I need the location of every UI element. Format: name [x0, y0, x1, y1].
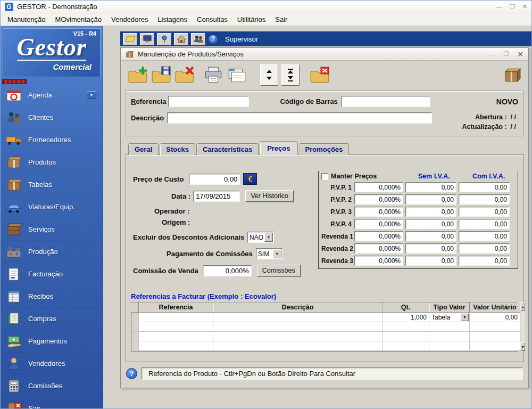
excluir-descontos-select[interactable]: NÃO ▼: [247, 232, 274, 243]
table-row[interactable]: [131, 341, 520, 351]
table-row[interactable]: [131, 332, 520, 341]
users-button[interactable]: [191, 33, 205, 45]
window-maximize-button[interactable]: ❐: [503, 51, 509, 58]
help-icon[interactable]: ?: [208, 34, 218, 44]
referencia-input[interactable]: [168, 96, 249, 107]
manter-precos-checkbox[interactable]: [321, 173, 328, 180]
pvp4-pct-input[interactable]: [354, 219, 403, 229]
sidebar-item-pagamentos[interactable]: Pagamentos: [1, 330, 103, 353]
price-row: P.V.P. 4: [321, 219, 515, 229]
tab-precos[interactable]: Preços: [260, 141, 297, 155]
grid-scrollbar[interactable]: ▲ ▼: [520, 302, 525, 351]
monitor-button[interactable]: [140, 33, 154, 45]
pvp4-com-iva-input[interactable]: [459, 219, 510, 229]
sidebar-item-facturacao[interactable]: Facturação: [1, 263, 103, 285]
menu-movimentacao[interactable]: MOvimentação: [51, 14, 106, 25]
sidebar-item-comissoes[interactable]: Comissões: [1, 375, 103, 397]
data-input[interactable]: [193, 191, 240, 202]
sidebar-item-agenda[interactable]: Agenda ▼: [1, 84, 103, 107]
tipo-valor-cell[interactable]: Tabela▼: [429, 313, 470, 322]
home-button[interactable]: [174, 33, 188, 45]
browse-records-button[interactable]: [225, 63, 248, 87]
print-button[interactable]: [202, 63, 225, 87]
pvp2-sem-iva-input[interactable]: [405, 194, 456, 204]
descricao-cell[interactable]: [213, 313, 383, 322]
chevron-down-icon[interactable]: ▼: [461, 313, 469, 321]
revenda1-com-iva-input[interactable]: [459, 231, 510, 241]
revenda1-sem-iva-input[interactable]: [405, 231, 456, 241]
pvp2-pct-input[interactable]: [354, 194, 403, 204]
menu-manutencao[interactable]: Manutenção: [3, 14, 51, 25]
preco-custo-input[interactable]: [189, 174, 240, 185]
pvp3-pct-input[interactable]: [354, 207, 403, 217]
sidebar-item-servicos[interactable]: Serviços: [1, 218, 103, 241]
revenda2-com-iva-input[interactable]: [459, 243, 510, 253]
sidebar-item-producao[interactable]: Produção: [1, 241, 103, 263]
descricao-input[interactable]: [167, 112, 432, 124]
record-prev-next-button[interactable]: [260, 64, 278, 86]
pvp4-sem-iva-input[interactable]: [405, 219, 456, 229]
valor-unitario-cell[interactable]: 0,00: [470, 313, 520, 322]
help-icon[interactable]: ?: [126, 368, 137, 379]
revenda3-sem-iva-input[interactable]: [405, 256, 456, 266]
sidebar-item-clientes[interactable]: Clientes: [1, 107, 103, 129]
note-button[interactable]: [123, 33, 137, 45]
record-first-last-button[interactable]: [281, 64, 300, 86]
menu-sair[interactable]: Sair: [270, 14, 292, 25]
minimize-button[interactable]: —: [496, 3, 502, 10]
sidebar-item-fornecedores[interactable]: Fornecedores: [1, 129, 103, 151]
ver-historico-button[interactable]: Ver Historico: [245, 190, 294, 202]
scroll-track[interactable]: [520, 311, 525, 342]
sidebar-item-sair[interactable]: Sair: [1, 397, 103, 408]
menu-consultas[interactable]: Consultas: [192, 14, 232, 25]
euro-currency-button[interactable]: €: [243, 173, 257, 185]
sidebar-item-compras[interactable]: Compras: [1, 308, 103, 330]
scroll-down-icon[interactable]: ▼: [520, 342, 525, 351]
pvp1-sem-iva-input[interactable]: [405, 182, 456, 192]
menu-listagens[interactable]: Listagens: [153, 14, 192, 25]
comissao-venda-input[interactable]: [203, 265, 252, 276]
sidebar-item-tabelas[interactable]: Tabelas: [1, 174, 103, 196]
brand-name: Gestor: [3, 35, 100, 60]
tab-stocks[interactable]: Stocks: [160, 143, 195, 155]
qt-cell[interactable]: 1,000: [383, 313, 429, 322]
pvp3-com-iva-input[interactable]: [459, 207, 510, 217]
close-button[interactable]: ✕: [522, 3, 527, 10]
scroll-up-icon[interactable]: ▲: [520, 302, 525, 311]
window-minimize-button[interactable]: —: [489, 51, 495, 58]
sidebar-item-vendedores[interactable]: Vendedores: [1, 353, 103, 375]
row-selector-cell[interactable]: [131, 313, 139, 322]
codigo-barras-input[interactable]: [341, 96, 430, 107]
menu-vendedores[interactable]: Vendedores: [106, 14, 153, 25]
revenda3-com-iva-input[interactable]: [459, 256, 510, 266]
sidebar-item-recibos[interactable]: Recibos: [1, 285, 103, 308]
tab-caracteristicas[interactable]: Caracteristicas: [196, 143, 259, 155]
new-record-button[interactable]: [126, 63, 149, 87]
tab-geral[interactable]: Geral: [128, 143, 159, 155]
pagamento-comissoes-select[interactable]: SIM ▼: [256, 248, 282, 259]
sidebar-item-viaturas[interactable]: Viaturas/Equip.: [1, 196, 103, 218]
table-row[interactable]: [131, 322, 520, 332]
sidebar-item-produtos[interactable]: Produtos: [1, 151, 103, 174]
revenda1-pct-input[interactable]: [354, 231, 403, 241]
pvp3-sem-iva-input[interactable]: [405, 207, 456, 217]
revenda2-pct-input[interactable]: [354, 243, 403, 253]
pvp2-com-iva-input[interactable]: [459, 194, 510, 204]
products-window-titlebar: Manutenção de Produtos/Serviços — ❐ ✕: [121, 48, 528, 61]
revenda3-pct-input[interactable]: [354, 256, 403, 266]
delete-record-button[interactable]: [173, 63, 196, 87]
referencia-cell[interactable]: [139, 313, 213, 322]
maximize-button[interactable]: ❐: [510, 3, 515, 10]
pin-button[interactable]: [157, 33, 171, 45]
revenda2-sem-iva-input[interactable]: [405, 243, 456, 253]
agenda-dropdown-button[interactable]: ▼: [87, 91, 96, 99]
pvp1-pct-input[interactable]: [354, 182, 403, 192]
save-record-button[interactable]: [149, 63, 173, 87]
tab-promocoes[interactable]: Promoções: [299, 143, 350, 155]
close-form-button[interactable]: [308, 63, 331, 87]
comissoes-button[interactable]: Comissões: [257, 265, 301, 276]
window-close-button[interactable]: ✕: [517, 50, 523, 59]
pvp1-com-iva-input[interactable]: [459, 182, 510, 192]
menu-utilitarios[interactable]: Utilitários: [232, 14, 270, 25]
table-row[interactable]: 1,000 Tabela▼ 0,00: [131, 313, 520, 322]
